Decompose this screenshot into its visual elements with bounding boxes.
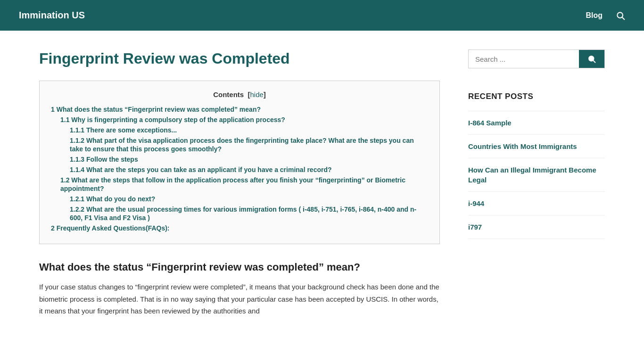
header-search-button[interactable] <box>616 11 625 20</box>
main-content: Fingerprint Review was Completed Content… <box>39 49 440 324</box>
recent-post-link[interactable]: I-864 Sample <box>468 119 512 127</box>
list-item: Countries With Most Immigrants <box>468 135 605 158</box>
recent-post-link[interactable]: How Can an Illegal Immigrant Become Lega… <box>468 166 596 184</box>
toc-item-1.1.3[interactable]: 1.1.3 Follow the steps <box>70 156 138 163</box>
toc-label: Contents <box>213 90 244 99</box>
toc-item-1.2.2[interactable]: 1.2.2 What are the usual processing time… <box>70 206 416 222</box>
page-wrapper: Fingerprint Review was Completed Content… <box>20 31 624 343</box>
toc-list: 1 What does the status “Fingerprint revi… <box>51 105 428 232</box>
search-widget <box>468 49 605 68</box>
section1-heading: What does the status “Fingerprint review… <box>39 261 440 273</box>
recent-post-link[interactable]: i-944 <box>468 199 484 207</box>
toc-header: Contents [hide] <box>51 90 428 99</box>
recent-posts-widget: RECENT POSTS I-864 SampleCountries With … <box>468 92 605 239</box>
recent-posts-list: I-864 SampleCountries With Most Immigran… <box>468 111 605 239</box>
toc-hide-link[interactable]: hide <box>250 90 263 99</box>
svg-line-3 <box>594 61 595 63</box>
list-item: How Can an Illegal Immigrant Become Lega… <box>468 158 605 192</box>
nav-blog-link[interactable]: Blog <box>586 11 603 20</box>
list-item: I-864 Sample <box>468 111 605 135</box>
header-nav: Blog <box>586 11 625 20</box>
toc-item-1.1.2[interactable]: 1.1.2 What part of the visa application … <box>70 137 414 153</box>
article-title: Fingerprint Review was Completed <box>39 49 440 67</box>
site-title[interactable]: Immination US <box>19 10 85 21</box>
site-header: Immination US Blog <box>0 0 644 31</box>
recent-post-link[interactable]: i797 <box>468 223 482 231</box>
toc-item-2[interactable]: 2 Frequently Asked Questions(FAQs): <box>51 224 170 232</box>
svg-line-1 <box>622 17 624 19</box>
search-button[interactable] <box>579 50 604 68</box>
svg-point-2 <box>589 56 594 61</box>
section1-para: If your case status changes to “fingerpr… <box>39 281 440 317</box>
toc-item-1.2.1[interactable]: 1.2.1 What do you do next? <box>70 195 155 203</box>
toc-item-1.2[interactable]: 1.2 What are the steps that follow in th… <box>60 176 405 192</box>
toc-item-1.1[interactable]: 1.1 Why is fingerprinting a compulsory s… <box>60 116 285 123</box>
recent-posts-heading: RECENT POSTS <box>468 92 605 101</box>
list-item: i-944 <box>468 192 605 215</box>
sidebar: RECENT POSTS I-864 SampleCountries With … <box>468 49 605 324</box>
svg-point-0 <box>617 12 623 18</box>
toc-item-1[interactable]: 1 What does the status “Fingerprint revi… <box>51 106 261 113</box>
search-form <box>468 49 605 68</box>
search-input[interactable] <box>469 50 579 68</box>
toc-item-1.1.4[interactable]: 1.1.4 What are the steps you can take as… <box>70 166 332 173</box>
toc-item-1.1.1[interactable]: 1.1.1 There are some exceptions... <box>70 126 177 134</box>
list-item: i797 <box>468 215 605 239</box>
table-of-contents: Contents [hide] 1 What does the status “… <box>39 81 440 244</box>
recent-post-link[interactable]: Countries With Most Immigrants <box>468 142 577 150</box>
